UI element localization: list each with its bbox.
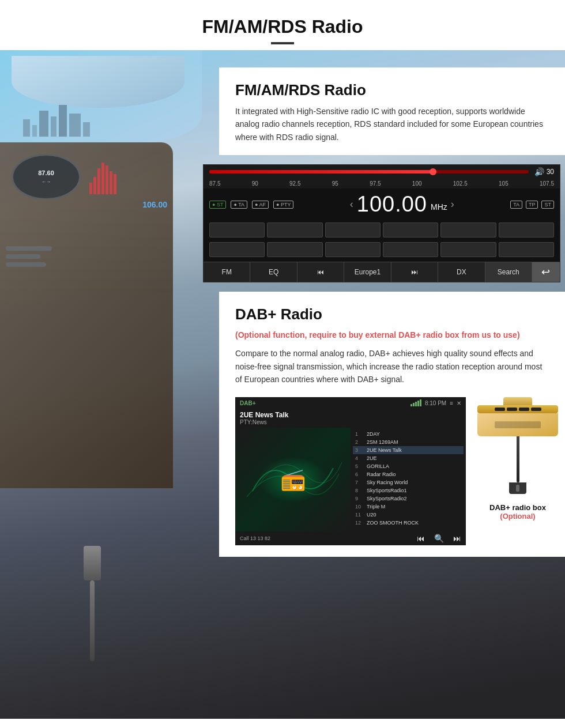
dab-station-name: 2UE News Talk: [240, 411, 461, 419]
dab-plug-pin4: [531, 408, 541, 411]
radio-btn-back[interactable]: ↩: [532, 262, 560, 282]
dab-antenna-pin: [516, 485, 519, 492]
radio-btn-fm[interactable]: FM: [204, 262, 250, 282]
radio-freq-scale: 87.5 90 92.5 95 97.5 100 102.5 105 107.5: [204, 179, 560, 188]
radio-btn-next[interactable]: ⏭: [391, 262, 438, 282]
dab-box-label: DAB+ radio box: [489, 503, 546, 512]
radio-btn-eq[interactable]: EQ: [250, 262, 297, 282]
radio-progress-track: [209, 170, 529, 173]
dab-channel-9[interactable]: 9 SkySportsRadio2: [353, 495, 464, 503]
dab-desc: Compare to the normal analog radio, DAB+…: [235, 347, 549, 386]
freq-mark-9: 107.5: [540, 180, 554, 187]
preset-btn-4[interactable]: [383, 222, 438, 237]
gear-area: [69, 546, 115, 661]
page-title: FM/AM/RDS Radio: [0, 16, 565, 37]
fm-section-desc: It integrated with High-Sensitive radio …: [235, 105, 549, 144]
preset-btn-6[interactable]: [499, 222, 554, 237]
freq-mark-1: 87.5: [209, 180, 220, 187]
radio-progress-fill: [209, 170, 433, 173]
dab-radio-icon: 📻: [280, 467, 306, 492]
dab-box-visual: [477, 397, 558, 494]
dab-screen-row: DAB+ 8:10 PM ≡: [235, 397, 549, 545]
dab-antenna-plug: [509, 482, 526, 494]
preset-btn-5[interactable]: [440, 222, 496, 237]
radio-presets-row1: [204, 220, 560, 240]
freq-unit: MHz: [431, 202, 447, 212]
preset-btn-10[interactable]: [383, 242, 438, 257]
signal-bars: [410, 399, 421, 406]
radio-progress-knob: [430, 168, 436, 175]
freq-mark-2: 90: [252, 180, 258, 187]
dab-ctrl-prev[interactable]: ⏮: [417, 534, 425, 543]
dab-section: DAB+ Radio (Optional function, require t…: [219, 292, 565, 557]
dab-box: DAB+ radio box (Optional): [477, 397, 558, 520]
freq-next-btn[interactable]: ›: [451, 198, 454, 210]
dab-time: 8:10 PM: [425, 400, 446, 406]
dab-channel-5[interactable]: 5 GORILLA: [353, 462, 464, 470]
freq-mark-3: 92.5: [289, 180, 300, 187]
freq-mark-7: 102.5: [453, 180, 468, 187]
dab-screen-content: 📻 1 2DAY 2 2SM 1269AM: [235, 428, 466, 531]
dab-plug-pin2: [507, 408, 517, 411]
dab-pty: PTY:News: [240, 419, 461, 425]
dab-channel-3[interactable]: 3 2UE News Talk: [353, 446, 464, 454]
radio-progress-container: [209, 170, 529, 173]
freq-mark-5: 97.5: [370, 180, 381, 187]
dab-channel-1[interactable]: 1 2DAY: [353, 430, 464, 438]
dab-channel-7[interactable]: 7 Sky Racing World: [353, 478, 464, 486]
content-panel: FM/AM/RDS Radio It integrated with High-…: [219, 67, 565, 557]
page-header: FM/AM/RDS Radio: [0, 0, 565, 50]
dab-cable: [517, 436, 519, 482]
dab-title: DAB+ Radio: [235, 305, 549, 323]
dab-call-info: Call 13 13 82: [240, 535, 270, 541]
dab-box-labels: DAB+ radio box (Optional): [489, 503, 546, 520]
freq-prev-btn[interactable]: ‹: [350, 198, 353, 210]
preset-btn-7[interactable]: [209, 242, 265, 257]
preset-btn-3[interactable]: [325, 222, 381, 237]
dab-box-body: [477, 413, 558, 436]
dab-channel-10[interactable]: 10 Triple M: [353, 503, 464, 511]
preset-btn-11[interactable]: [440, 242, 496, 257]
dab-box-sublabel: (Optional): [489, 512, 546, 520]
dab-channel-8[interactable]: 8 SkySportsRadio1: [353, 486, 464, 495]
radio-btn-search[interactable]: Search: [485, 262, 532, 282]
dab-screen-station: 2UE News Talk PTY:News: [235, 409, 466, 428]
sky-area: [0, 50, 202, 142]
dab-channel-11[interactable]: 11 U20: [353, 511, 464, 519]
radio-btn-prev[interactable]: ⏮: [297, 262, 344, 282]
dab-plug-pin1: [495, 408, 505, 411]
badge-ta-right: TA: [510, 201, 522, 209]
radio-ui: 🔊 30 87.5 90 92.5 95 97.5 100 102.5 105 …: [203, 164, 560, 282]
dab-screen-bottom: Call 13 13 82 ⏮ 🔍 ⏭: [235, 531, 466, 545]
preset-btn-12[interactable]: [499, 242, 554, 257]
dab-close-icon: ✕: [457, 400, 461, 406]
dab-visual: 📻: [235, 428, 351, 531]
dab-ctrl-next[interactable]: ⏭: [453, 534, 461, 543]
radio-top-bar: 🔊 30: [204, 165, 560, 179]
dab-channel-2[interactable]: 2 2SM 1269AM: [353, 438, 464, 446]
bg-area: 87.60←→ 106.00 FM/AM/RDS Rad: [0, 50, 565, 719]
dab-box-stripe: [495, 421, 541, 428]
badge-st-right: ST: [541, 201, 554, 209]
dab-screen-label: DAB+: [240, 400, 256, 406]
radio-btn-dx[interactable]: DX: [438, 262, 485, 282]
preset-btn-8[interactable]: [267, 242, 322, 257]
radio-btn-europe1[interactable]: Europe1: [344, 262, 391, 282]
fm-section-title: FM/AM/RDS Radio: [235, 81, 549, 99]
dab-channel-12[interactable]: 12 ZOO SMOOTH ROCK: [353, 519, 464, 527]
radio-right-badges: TA TP ST: [510, 201, 554, 209]
page-title-divider: [271, 42, 294, 44]
preset-btn-9[interactable]: [325, 242, 381, 257]
badge-ta: ● TA: [231, 201, 247, 209]
dab-channel-6[interactable]: 6 Radar Radio: [353, 470, 464, 478]
badge-af: ● AF: [252, 201, 269, 209]
radio-volume: 🔊 30: [534, 167, 554, 176]
preset-btn-2[interactable]: [267, 222, 322, 237]
dab-plug: [477, 405, 558, 413]
volume-value: 30: [547, 168, 554, 176]
audio-bars: [89, 160, 116, 194]
dab-channel-4[interactable]: 4 2UE: [353, 454, 464, 462]
dab-ctrl-search[interactable]: 🔍: [434, 534, 444, 543]
car-screen-freq: 106.00: [142, 200, 167, 209]
preset-btn-1[interactable]: [209, 222, 265, 237]
